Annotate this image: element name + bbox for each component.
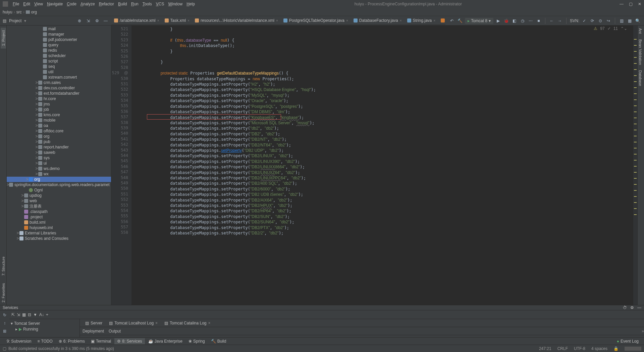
output-tab[interactable]: Output [109,329,121,334]
expand-icon[interactable]: ⊞ [1,328,8,335]
stripe-mark[interactable] [634,63,637,64]
favorites-tab[interactable]: 2: Favorites [1,280,6,305]
bottom-tool----problems[interactable]: ⊗6: Problems [56,338,88,344]
chevron-icon[interactable]: > [16,231,19,235]
tree-row[interactable]: scheduler [7,53,111,58]
menu-refactor[interactable]: Refactor [97,1,116,7]
stripe-mark[interactable] [634,39,637,40]
code-content[interactable]: } if (this.databaseType == null) { this.… [131,26,633,305]
tree-row[interactable]: manager [7,32,111,37]
bottom-tool-build[interactable]: 🔨Build [208,338,229,344]
svn-history-icon[interactable]: ⊙ [597,18,603,24]
bean-validation-tab[interactable]: Bean Validation [638,37,643,68]
breadcrumb-item[interactable]: org [31,10,37,14]
tree-row[interactable]: >springfox.documentation.spring.web.read… [7,182,111,187]
filter-icon[interactable]: ▼ [33,312,37,317]
menu-analyze[interactable]: Analyze [78,1,97,7]
stripe-mark[interactable] [634,124,637,124]
editor-tab[interactable]: /ariableInstance.xml× [111,17,162,24]
line-separator[interactable]: CRLF [557,346,568,351]
menu-tools[interactable]: Tools [141,1,154,7]
chevron-icon[interactable]: > [25,177,29,182]
close-tab-icon[interactable]: × [276,19,278,23]
search-icon[interactable]: 🔍 [635,18,641,24]
stopwatch-icon[interactable]: ⏱ [623,305,627,310]
menu-window[interactable]: Window [166,1,184,7]
maximize-icon[interactable]: ▢ [629,2,633,6]
stripe-mark[interactable] [634,130,637,130]
tool-windows-icon[interactable]: ▢ [3,346,6,351]
menu-help[interactable]: Help [184,1,197,7]
chevron-icon[interactable]: > [35,166,38,171]
services-tree-row[interactable]: ▾Tomcat Server [11,320,78,326]
close-tab-icon[interactable]: × [187,19,190,23]
chevron-icon[interactable]: > [35,139,38,144]
project-tree[interactable]: mailmanagerpdf.jodconverterqueryredissch… [7,26,111,305]
chevron-icon[interactable]: > [35,156,38,160]
bottom-tool-todo[interactable]: ≡TODO [35,338,55,344]
tree-row[interactable]: >org [7,177,111,182]
chevron-icon[interactable]: > [35,86,38,90]
services-tree-row[interactable]: ▸▶Running [11,326,78,332]
tree-row[interactable]: >offdoc.core [7,128,111,134]
tree-row[interactable]: seq [7,64,111,69]
stripe-mark[interactable] [634,148,637,148]
stripe-mark[interactable] [634,99,637,100]
stripe-mark[interactable] [634,112,637,112]
run-config-selector[interactable]: ▸ Tomcat 8 ▾ [465,18,493,24]
tree-row[interactable]: xstream.convert [7,75,111,80]
tree-row[interactable]: script [7,58,111,64]
bottom-tool-spring[interactable]: ❀Spring [186,338,208,344]
service-tab[interactable]: ▤Tomcat Catalina Log× [161,320,214,326]
expand-all-icon[interactable]: ⇱ [11,312,15,317]
stripe-mark[interactable] [634,105,637,106]
menu-code[interactable]: Code [65,1,78,7]
menu-run[interactable]: Run [129,1,141,7]
tree-row[interactable]: >ext.formdatahandler [7,91,111,96]
stripe-mark[interactable] [634,202,637,203]
close-tab-icon[interactable]: × [400,19,402,23]
tree-row[interactable]: >oa [7,123,111,128]
editor-tab[interactable]: PostgreSQLTableOperator.java× [281,17,351,24]
collapse-all-icon[interactable]: ⇲ [85,18,91,24]
tree-row[interactable]: >wx [7,171,111,177]
menu-file[interactable]: File [11,1,21,7]
tree-row[interactable]: >crm.sales [7,80,111,85]
grid-icon[interactable]: ▦ [22,312,26,317]
close-icon[interactable]: × [155,321,158,325]
ant-tab[interactable]: Ant [638,26,643,37]
stripe-mark[interactable] [634,214,637,215]
tree-row[interactable]: util [7,69,111,75]
stop-button[interactable]: ■ [536,18,542,24]
chevron-icon[interactable]: > [35,113,38,117]
gear-icon[interactable]: ⚙ [94,18,100,24]
chevron-icon[interactable]: ▾ [11,321,13,326]
chevron-icon[interactable]: > [35,118,38,123]
sort-icon[interactable]: ↕ [1,320,8,326]
chevron-icon[interactable]: > [35,150,38,155]
tree-row[interactable]: >ui [7,161,111,166]
chevron-icon[interactable]: > [35,91,38,96]
stripe-mark[interactable] [634,136,637,136]
structure-icon[interactable]: ▥ [619,18,625,24]
stripe-mark[interactable] [634,57,637,58]
menu-edit[interactable]: Edit [21,1,32,7]
service-tab[interactable]: ▤Server [82,320,106,326]
stripe-mark[interactable] [634,45,637,46]
tree-row[interactable]: >updlog [7,193,111,198]
tree-row[interactable]: >kms.core [7,112,111,118]
tree-row[interactable]: >注册表 [7,204,111,209]
tree-row[interactable]: >job [7,107,111,112]
chevron-icon[interactable]: > [35,134,38,139]
tree-row[interactable]: .classpath [7,209,111,214]
editor-tab[interactable]: app.properties× [438,17,445,24]
tree-row[interactable]: >ws.demo [7,166,111,171]
stripe-mark[interactable] [634,196,637,197]
tree-row[interactable]: build.xml [7,220,111,225]
collapse-all-icon[interactable]: ⇲ [17,312,20,317]
close-icon[interactable]: × [208,321,211,325]
build-icon[interactable]: 🔨 [457,18,463,24]
breadcrumb-item[interactable]: huiyu [3,10,12,14]
line-gutter[interactable]: 521522523524525526527528529 @53053153253… [111,26,131,305]
debug-button[interactable]: 🐞 [503,18,509,24]
